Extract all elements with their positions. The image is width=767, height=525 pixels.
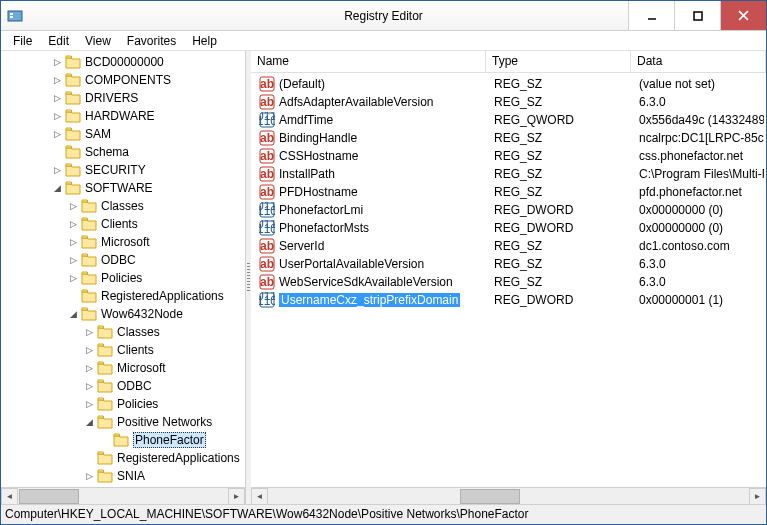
value-row[interactable]: abUserPortalAvailableVersionREG_SZ6.3.0 <box>253 255 764 273</box>
tree-label[interactable]: Policies <box>101 271 142 285</box>
tree-node[interactable]: ▷Classes <box>3 197 243 215</box>
scroll-left-button[interactable]: ◄ <box>1 488 18 505</box>
close-button[interactable] <box>720 1 766 30</box>
values-list[interactable]: ab(Default)REG_SZ(value not set)abAdfsAd… <box>251 73 766 487</box>
tree-label[interactable]: PhoneFactor <box>133 432 206 448</box>
tree-node[interactable]: ▷ODBC <box>3 377 243 395</box>
expander-icon[interactable] <box>99 434 111 446</box>
tree-label[interactable]: Clients <box>101 217 138 231</box>
tree-node[interactable]: ▷COMPONENTS <box>3 71 243 89</box>
expander-icon[interactable]: ▷ <box>51 56 63 68</box>
expander-icon[interactable]: ▷ <box>67 218 79 230</box>
expander-icon[interactable]: ▷ <box>83 326 95 338</box>
value-row[interactable]: abInstallPathREG_SZC:\Program Files\Mult… <box>253 165 764 183</box>
value-row[interactable]: 011110UsernameCxz_stripPrefixDomainREG_D… <box>253 291 764 309</box>
tree-label[interactable]: RegisteredApplications <box>117 451 240 465</box>
expander-icon[interactable] <box>51 146 63 158</box>
expander-icon[interactable]: ▷ <box>83 470 95 482</box>
tree-label[interactable]: Positive Networks <box>117 415 212 429</box>
tree-label[interactable]: SECURITY <box>85 163 146 177</box>
expander-icon[interactable]: ▷ <box>67 200 79 212</box>
menu-help[interactable]: Help <box>184 32 225 50</box>
expander-icon[interactable]: ▷ <box>51 164 63 176</box>
tree-label[interactable]: SNIA <box>117 469 145 483</box>
list-header[interactable]: Name Type Data <box>251 51 766 73</box>
column-data[interactable]: Data <box>631 51 766 72</box>
column-type[interactable]: Type <box>486 51 631 72</box>
tree-node[interactable]: ▷Clients <box>3 341 243 359</box>
scroll-right-button[interactable]: ► <box>228 488 245 505</box>
maximize-button[interactable] <box>674 1 720 30</box>
tree-scrollbar[interactable]: ◄ ► <box>1 487 245 504</box>
tree-node[interactable]: ▷Policies <box>3 269 243 287</box>
tree-node[interactable]: ▷Microsoft <box>3 233 243 251</box>
menu-favorites[interactable]: Favorites <box>119 32 184 50</box>
menu-view[interactable]: View <box>77 32 119 50</box>
value-row[interactable]: abWebServiceSdkAvailableVersionREG_SZ6.3… <box>253 273 764 291</box>
expander-icon[interactable]: ▷ <box>67 254 79 266</box>
menu-file[interactable]: File <box>5 32 40 50</box>
tree-label[interactable]: SOFTWARE <box>85 181 153 195</box>
tree-label[interactable]: Microsoft <box>117 361 166 375</box>
expander-icon[interactable]: ▷ <box>67 272 79 284</box>
value-row[interactable]: abPFDHostnameREG_SZpfd.phonefactor.net <box>253 183 764 201</box>
tree-label[interactable]: Schema <box>85 145 129 159</box>
minimize-button[interactable] <box>628 1 674 30</box>
tree-label[interactable]: HARDWARE <box>85 109 155 123</box>
tree-node[interactable]: ▷SNIA <box>3 467 243 485</box>
expander-icon[interactable]: ◢ <box>51 182 63 194</box>
tree-node[interactable]: ▷ODBC <box>3 251 243 269</box>
values-scrollbar[interactable]: ◄ ► <box>251 487 766 504</box>
value-row[interactable]: abCSSHostnameREG_SZcss.phonefactor.net <box>253 147 764 165</box>
expander-icon[interactable]: ▷ <box>83 344 95 356</box>
scroll-right-button[interactable]: ► <box>749 488 766 505</box>
expander-icon[interactable]: ◢ <box>83 416 95 428</box>
tree-node[interactable]: PhoneFactor <box>3 431 243 449</box>
tree-node[interactable]: ▷SECURITY <box>3 161 243 179</box>
tree-label[interactable]: Classes <box>101 199 144 213</box>
tree-node[interactable]: RegisteredApplications <box>3 287 243 305</box>
value-row[interactable]: 011110PhonefactorLmiREG_DWORD0x00000000 … <box>253 201 764 219</box>
expander-icon[interactable]: ▷ <box>51 74 63 86</box>
value-row[interactable]: 011110PhonefactorMstsREG_DWORD0x00000000… <box>253 219 764 237</box>
tree-node[interactable]: ▷HARDWARE <box>3 107 243 125</box>
value-row[interactable]: abAdfsAdapterAvailableVersionREG_SZ6.3.0 <box>253 93 764 111</box>
expander-icon[interactable]: ▷ <box>83 380 95 392</box>
tree-label[interactable]: BCD00000000 <box>85 55 164 69</box>
tree-label[interactable]: ODBC <box>101 253 136 267</box>
column-name[interactable]: Name <box>251 51 486 72</box>
tree-node[interactable]: ▷Clients <box>3 215 243 233</box>
expander-icon[interactable]: ◢ <box>67 308 79 320</box>
tree-node[interactable]: ◢Wow6432Node <box>3 305 243 323</box>
menu-edit[interactable]: Edit <box>40 32 77 50</box>
tree-node[interactable]: Schema <box>3 143 243 161</box>
tree-label[interactable]: SAM <box>85 127 111 141</box>
expander-icon[interactable]: ▷ <box>67 236 79 248</box>
tree-label[interactable]: Clients <box>117 343 154 357</box>
scroll-left-button[interactable]: ◄ <box>251 488 268 505</box>
tree-label[interactable]: COMPONENTS <box>85 73 171 87</box>
tree-label[interactable]: Microsoft <box>101 235 150 249</box>
value-row[interactable]: abBindingHandleREG_SZncalrpc:DC1[LRPC-85… <box>253 129 764 147</box>
expander-icon[interactable]: ▷ <box>51 110 63 122</box>
tree-label[interactable]: DRIVERS <box>85 91 138 105</box>
tree-node[interactable]: ▷Classes <box>3 323 243 341</box>
value-row[interactable]: 011110AmdfTimeREG_QWORD0x556da49c (14332… <box>253 111 764 129</box>
tree-node[interactable]: ◢Positive Networks <box>3 413 243 431</box>
tree-label[interactable]: ODBC <box>117 379 152 393</box>
value-row[interactable]: ab(Default)REG_SZ(value not set) <box>253 75 764 93</box>
tree-node[interactable]: ▷Microsoft <box>3 359 243 377</box>
tree-node[interactable]: ◢SOFTWARE <box>3 179 243 197</box>
expander-icon[interactable] <box>83 452 95 464</box>
expander-icon[interactable] <box>67 290 79 302</box>
tree-node[interactable]: RegisteredApplications <box>3 449 243 467</box>
tree-label[interactable]: Classes <box>117 325 160 339</box>
tree-node[interactable]: ▷SAM <box>3 125 243 143</box>
expander-icon[interactable]: ▷ <box>51 92 63 104</box>
tree-node[interactable]: ▷BCD00000000 <box>3 53 243 71</box>
value-row[interactable]: abServerIdREG_SZdc1.contoso.com <box>253 237 764 255</box>
tree-node[interactable]: ▷Policies <box>3 395 243 413</box>
expander-icon[interactable]: ▷ <box>83 362 95 374</box>
tree-node[interactable]: ▷DRIVERS <box>3 89 243 107</box>
tree-label[interactable]: Policies <box>117 397 158 411</box>
